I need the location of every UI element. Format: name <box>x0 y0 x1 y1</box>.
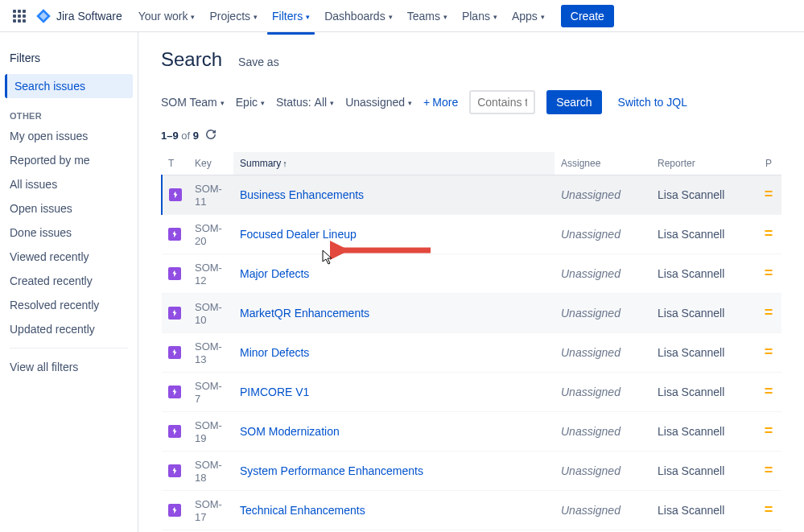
epic-icon <box>168 464 181 477</box>
table-row[interactable]: SOM-12Major DefectsUnassignedLisa Scanne… <box>162 254 781 294</box>
sidebar-item-reported-by-me[interactable]: Reported by me <box>0 148 138 172</box>
priority-medium-icon: = <box>762 188 775 201</box>
col-priority[interactable]: P <box>756 152 781 175</box>
col-reporter[interactable]: Reporter <box>651 152 756 175</box>
epic-icon <box>168 267 181 280</box>
page-title: Search <box>161 48 222 71</box>
col-key[interactable]: Key <box>188 152 233 175</box>
chevron-down-icon: ▾ <box>261 99 265 107</box>
table-row[interactable]: SOM-7PIMCORE V1UnassignedLisa Scannell= <box>162 373 781 412</box>
issue-summary[interactable]: System Performance Enhancements <box>240 464 423 477</box>
table-row[interactable]: SOM-17Technical EnhancementsUnassignedLi… <box>162 491 781 530</box>
reporter-value[interactable]: Lisa Scannell <box>658 504 724 517</box>
product-logo[interactable]: Jira Software <box>35 8 122 24</box>
issue-summary[interactable]: PIMCORE V1 <box>240 386 309 398</box>
nav-apps[interactable]: Apps▾ <box>505 5 551 27</box>
epic-icon <box>168 346 181 359</box>
col-summary[interactable]: Summary↑ <box>233 152 555 175</box>
priority-medium-icon: = <box>762 228 775 241</box>
priority-medium-icon: = <box>762 267 775 280</box>
filter-project[interactable]: SOM Team▾ <box>161 96 225 109</box>
reporter-value[interactable]: Lisa Scannell <box>658 464 724 477</box>
nav-dashboards[interactable]: Dashboards▾ <box>318 5 399 27</box>
sidebar-item-my-open[interactable]: My open issues <box>0 124 138 148</box>
reporter-value[interactable]: Lisa Scannell <box>658 228 724 241</box>
filter-status[interactable]: Status: All▾ <box>276 96 334 109</box>
chevron-down-icon: ▾ <box>493 13 497 21</box>
assignee-value: Unassigned <box>561 307 621 320</box>
sidebar: Filters Search issues OTHER My open issu… <box>0 32 138 532</box>
sidebar-item-all-issues[interactable]: All issues <box>0 172 138 196</box>
filter-more[interactable]: + More <box>423 96 458 109</box>
col-type[interactable]: T <box>162 152 188 175</box>
issue-key[interactable]: SOM-11 <box>195 183 222 208</box>
issue-key[interactable]: SOM-18 <box>195 459 222 484</box>
nav-teams[interactable]: Teams▾ <box>401 5 454 27</box>
nav-filters[interactable]: Filters▾ <box>266 5 316 27</box>
table-row[interactable]: SOM-18System Performance EnhancementsUna… <box>162 452 781 491</box>
issue-key[interactable]: SOM-20 <box>195 222 222 247</box>
sidebar-title: Filters <box>0 45 138 74</box>
sidebar-item-created-recently[interactable]: Created recently <box>0 269 138 293</box>
issue-table: T Key Summary↑ Assignee Reporter P SOM-1… <box>161 152 781 530</box>
sidebar-item-updated-recently[interactable]: Updated recently <box>0 317 138 341</box>
reporter-value[interactable]: Lisa Scannell <box>658 346 724 359</box>
filter-type[interactable]: Epic▾ <box>236 96 265 109</box>
assignee-value: Unassigned <box>561 425 621 438</box>
epic-icon <box>169 188 182 201</box>
issue-key[interactable]: SOM-13 <box>195 340 222 365</box>
sidebar-item-open-issues[interactable]: Open issues <box>0 196 138 221</box>
sidebar-item-view-all-filters[interactable]: View all filters <box>0 355 138 379</box>
issue-key[interactable]: SOM-12 <box>195 262 222 287</box>
issue-key[interactable]: SOM-7 <box>195 380 222 405</box>
issue-key[interactable]: SOM-10 <box>195 301 222 326</box>
reporter-value[interactable]: Lisa Scannell <box>658 307 724 320</box>
reporter-value[interactable]: Lisa Scannell <box>658 386 724 398</box>
save-as-link[interactable]: Save as <box>238 56 279 68</box>
table-row[interactable]: SOM-13Minor DefectsUnassignedLisa Scanne… <box>162 333 781 373</box>
reporter-value[interactable]: Lisa Scannell <box>658 425 724 438</box>
reporter-value[interactable]: Lisa Scannell <box>658 188 724 201</box>
sidebar-item-resolved-recently[interactable]: Resolved recently <box>0 293 138 317</box>
issue-summary[interactable]: Business Enhancements <box>240 188 364 201</box>
search-input[interactable] <box>469 90 535 114</box>
table-row[interactable]: SOM-10MarketQR EnhancementsUnassignedLis… <box>162 294 781 333</box>
filter-assignee[interactable]: Unassigned▾ <box>345 96 412 109</box>
chevron-down-icon: ▾ <box>541 13 545 21</box>
nav-your-work[interactable]: Your work▾ <box>132 5 202 27</box>
assignee-value: Unassigned <box>561 228 621 241</box>
switch-to-jql-link[interactable]: Switch to JQL <box>618 96 687 109</box>
chevron-down-icon: ▾ <box>408 99 412 107</box>
product-name: Jira Software <box>56 10 122 23</box>
issue-summary[interactable]: MarketQR Enhancements <box>240 307 369 320</box>
col-assignee[interactable]: Assignee <box>555 152 651 175</box>
issue-key[interactable]: SOM-19 <box>195 419 222 444</box>
issue-summary[interactable]: Technical Enhancements <box>240 504 365 517</box>
issue-summary[interactable]: Major Defects <box>240 267 309 280</box>
issue-summary[interactable]: Focused Dealer Lineup <box>240 228 357 241</box>
table-row[interactable]: SOM-19SOM ModernizationUnassignedLisa Sc… <box>162 412 781 452</box>
refresh-icon[interactable] <box>205 129 216 142</box>
epic-icon <box>168 307 181 320</box>
sidebar-item-done-issues[interactable]: Done issues <box>0 221 138 245</box>
issue-summary[interactable]: SOM Modernization <box>240 425 340 438</box>
chevron-down-icon: ▾ <box>191 13 195 21</box>
assignee-value: Unassigned <box>561 346 621 359</box>
main-content: Search Save as SOM Team▾ Epic▾ Status: A… <box>138 32 804 532</box>
nav-projects[interactable]: Projects▾ <box>203 5 264 27</box>
reporter-value[interactable]: Lisa Scannell <box>658 267 724 280</box>
issue-key[interactable]: SOM-17 <box>195 498 222 523</box>
table-row[interactable]: SOM-11Business EnhancementsUnassignedLis… <box>162 175 781 215</box>
search-button[interactable]: Search <box>546 90 601 114</box>
filter-bar: SOM Team▾ Epic▾ Status: All▾ Unassigned▾… <box>161 90 781 114</box>
epic-icon <box>168 425 181 438</box>
result-count-top: 1–9 of 9 <box>161 129 781 142</box>
issue-summary[interactable]: Minor Defects <box>240 346 309 359</box>
app-switcher-icon[interactable] <box>10 6 29 26</box>
table-row[interactable]: SOM-20Focused Dealer LineupUnassignedLis… <box>162 215 781 254</box>
create-button[interactable]: Create <box>561 5 614 27</box>
sidebar-item-search-issues[interactable]: Search issues <box>5 74 133 98</box>
sidebar-item-viewed-recently[interactable]: Viewed recently <box>0 245 138 269</box>
chevron-down-icon: ▾ <box>306 13 310 21</box>
nav-plans[interactable]: Plans▾ <box>456 5 504 27</box>
